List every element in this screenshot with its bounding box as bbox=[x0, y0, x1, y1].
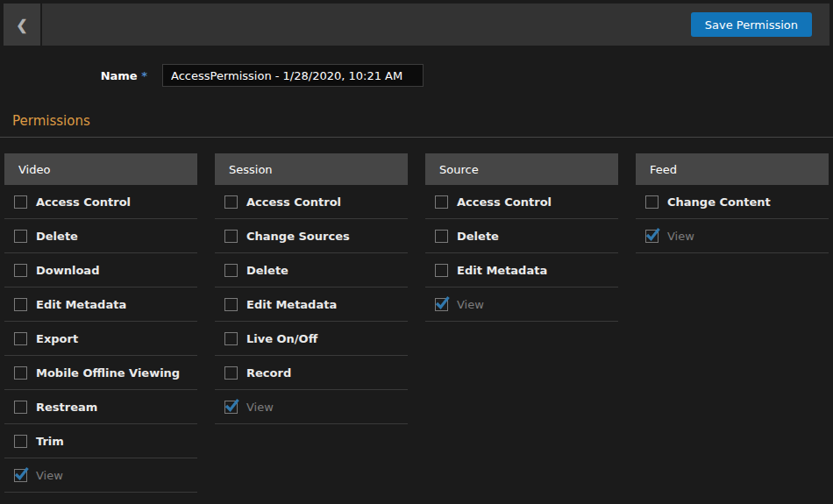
permission-row-session-change-sources: Change Sources bbox=[215, 219, 408, 253]
permission-label-edit-metadata: Edit Metadata bbox=[36, 298, 126, 311]
permission-row-feed-view: View bbox=[636, 219, 829, 253]
permission-row-session-delete: Delete bbox=[215, 253, 408, 287]
checkbox-session-edit-metadata[interactable] bbox=[224, 298, 238, 311]
permission-label-mobile-offline-viewing: Mobile Offline Viewing bbox=[36, 366, 180, 380]
access-permission-page: ❮ Save Permission Name * Permissions Vid… bbox=[0, 4, 833, 493]
permission-row-video-edit-metadata: Edit Metadata bbox=[4, 287, 197, 322]
permission-row-session-record: Record bbox=[215, 356, 408, 390]
required-asterisk: * bbox=[141, 69, 147, 82]
permission-column-session: SessionAccess ControlChange SourcesDelet… bbox=[215, 153, 408, 424]
checkbox-session-view bbox=[224, 401, 238, 414]
permissions-section-title: Permissions bbox=[12, 113, 833, 129]
permission-column-video: VideoAccess ControlDeleteDownloadEdit Me… bbox=[4, 153, 197, 493]
permission-label-live-on-off: Live On/Off bbox=[246, 332, 317, 345]
check-icon bbox=[434, 295, 451, 311]
permission-row-video-delete: Delete bbox=[4, 219, 197, 253]
permission-column-source: SourceAccess ControlDeleteEdit MetadataV… bbox=[425, 153, 618, 322]
topbar-main: Save Permission bbox=[42, 4, 829, 46]
permission-label-restream: Restream bbox=[36, 401, 97, 414]
checkbox-video-restream[interactable] bbox=[14, 401, 27, 414]
checkbox-source-delete[interactable] bbox=[435, 230, 448, 243]
permission-label-record: Record bbox=[246, 366, 291, 380]
permission-row-video-restream: Restream bbox=[4, 390, 197, 424]
checkbox-video-access-control[interactable] bbox=[14, 195, 27, 209]
column-header-session: Session bbox=[215, 153, 408, 185]
column-header-feed: Feed bbox=[636, 153, 829, 185]
permission-label-delete: Delete bbox=[246, 264, 288, 277]
permission-label-change-content: Change Content bbox=[667, 195, 771, 209]
permission-row-feed-change-content: Change Content bbox=[636, 185, 829, 219]
checkbox-session-record[interactable] bbox=[224, 366, 238, 380]
checkbox-video-edit-metadata[interactable] bbox=[14, 298, 27, 311]
checkbox-session-live-on-off[interactable] bbox=[224, 332, 238, 345]
permission-row-video-export: Export bbox=[4, 322, 197, 356]
permission-row-session-view: View bbox=[215, 390, 408, 424]
permission-label-view: View bbox=[36, 469, 63, 482]
permission-row-source-delete: Delete bbox=[425, 219, 618, 253]
checkbox-feed-change-content[interactable] bbox=[645, 195, 659, 209]
checkbox-session-delete[interactable] bbox=[224, 264, 238, 277]
permission-row-session-edit-metadata: Edit Metadata bbox=[215, 287, 408, 322]
checkbox-video-download[interactable] bbox=[14, 264, 27, 277]
checkbox-source-access-control[interactable] bbox=[435, 195, 448, 209]
permissions-columns: VideoAccess ControlDeleteDownloadEdit Me… bbox=[4, 153, 829, 493]
permission-label-access-control: Access Control bbox=[457, 195, 552, 209]
section-divider bbox=[0, 137, 833, 138]
permission-row-session-live-on-off: Live On/Off bbox=[215, 322, 408, 356]
check-icon bbox=[13, 465, 30, 482]
checkbox-video-delete[interactable] bbox=[14, 230, 27, 243]
topbar: ❮ Save Permission bbox=[4, 4, 829, 46]
permission-label-change-sources: Change Sources bbox=[246, 230, 350, 243]
permission-label-download: Download bbox=[36, 264, 99, 277]
permission-row-session-access-control: Access Control bbox=[215, 185, 408, 219]
checkbox-feed-view bbox=[645, 230, 659, 243]
checkbox-source-view bbox=[435, 298, 448, 311]
back-button[interactable]: ❮ bbox=[4, 4, 40, 46]
permission-label-trim: Trim bbox=[36, 435, 64, 448]
check-icon bbox=[644, 226, 661, 243]
checkbox-video-trim[interactable] bbox=[14, 435, 27, 448]
permission-label-access-control: Access Control bbox=[36, 195, 131, 209]
permission-label-view: View bbox=[667, 230, 694, 243]
permission-label-delete: Delete bbox=[36, 230, 78, 243]
permission-label-view: View bbox=[246, 401, 274, 414]
name-label-text: Name bbox=[101, 69, 138, 82]
checkbox-source-edit-metadata[interactable] bbox=[435, 264, 448, 277]
chevron-left-icon: ❮ bbox=[16, 17, 27, 33]
permission-row-source-access-control: Access Control bbox=[425, 185, 618, 219]
checkbox-video-view bbox=[14, 469, 27, 482]
permission-column-feed: FeedChange ContentView bbox=[636, 153, 829, 253]
permission-row-video-view: View bbox=[4, 458, 197, 493]
checkbox-video-mobile-offline-viewing[interactable] bbox=[14, 366, 27, 380]
permission-row-video-access-control: Access Control bbox=[4, 185, 197, 219]
permission-label-edit-metadata: Edit Metadata bbox=[457, 264, 547, 277]
name-label: Name * bbox=[0, 69, 147, 82]
name-input[interactable] bbox=[162, 64, 424, 87]
permission-label-view: View bbox=[457, 298, 484, 311]
permission-row-source-view: View bbox=[425, 287, 618, 322]
permission-row-source-edit-metadata: Edit Metadata bbox=[425, 253, 618, 287]
permission-label-export: Export bbox=[36, 332, 78, 345]
checkbox-session-access-control[interactable] bbox=[224, 195, 238, 209]
name-field-row: Name * bbox=[0, 64, 833, 87]
column-header-source: Source bbox=[425, 153, 618, 185]
permission-label-access-control: Access Control bbox=[246, 195, 341, 209]
permission-row-video-trim: Trim bbox=[4, 424, 197, 458]
permission-row-video-download: Download bbox=[4, 253, 197, 287]
save-permission-button[interactable]: Save Permission bbox=[691, 12, 812, 37]
checkbox-video-export[interactable] bbox=[14, 332, 27, 345]
column-header-video: Video bbox=[4, 153, 197, 185]
permission-label-delete: Delete bbox=[457, 230, 499, 243]
permission-label-edit-metadata: Edit Metadata bbox=[246, 298, 337, 311]
permission-row-video-mobile-offline-viewing: Mobile Offline Viewing bbox=[4, 356, 197, 390]
checkbox-session-change-sources[interactable] bbox=[224, 230, 238, 243]
check-icon bbox=[224, 397, 240, 414]
